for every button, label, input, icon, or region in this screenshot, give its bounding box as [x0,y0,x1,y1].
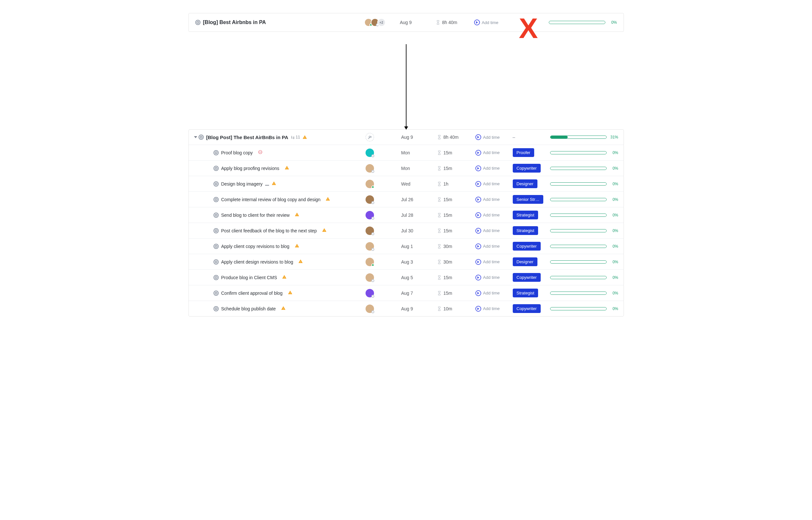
play-button[interactable] [476,243,481,249]
time-estimate-cell: 15m [437,212,476,218]
subtask-row[interactable]: Apply client copy revisions to blog Aug … [189,238,624,254]
add-time-link[interactable]: Add time [483,212,500,217]
add-time-link[interactable]: Add time [482,20,498,25]
add-time-link[interactable]: Add time [483,244,500,249]
due-date[interactable]: Mon [401,150,437,155]
assignee-cell[interactable] [366,180,401,188]
role-pill[interactable]: Senior Str… [513,195,544,204]
role-pill[interactable]: Strategist [513,289,538,297]
role-pill[interactable]: Proofer [513,148,535,157]
subtask-row[interactable]: Apply blog proofing revisions Mon 15m Ad… [189,160,624,176]
assignee-cell[interactable] [366,258,401,266]
assignee-cell[interactable] [366,242,401,251]
add-time-link[interactable]: Add time [483,181,500,186]
play-button[interactable] [476,259,481,265]
play-button[interactable] [476,197,481,203]
assignee-cell[interactable] [366,305,401,313]
parent-task-row[interactable]: [Blog Post] The Best AirBnBs in PA 11 Au… [189,130,624,145]
status-circle-icon[interactable] [214,290,219,296]
add-time-link[interactable]: Add time [483,275,500,280]
add-assignee-icon[interactable] [366,133,374,141]
assignee-cell[interactable] [366,195,401,204]
play-button[interactable] [476,212,481,218]
status-circle-icon[interactable] [198,134,204,140]
play-button[interactable] [476,150,481,156]
add-time-link[interactable]: Add time [483,135,500,140]
role-pill[interactable]: Copywriter [513,164,541,173]
play-button[interactable] [476,290,481,296]
assignee-cell[interactable] [366,211,401,219]
role-pill[interactable]: Copywriter [513,242,541,251]
add-time-link[interactable]: Add time [483,259,500,264]
due-date[interactable]: Aug 9 [400,20,436,25]
due-date[interactable]: Jul 28 [401,212,437,218]
time-estimate: 15m [443,150,452,155]
subtask-row[interactable]: Produce blog in Client CMS Aug 5 15m Add… [189,269,624,285]
assignee-cell[interactable] [366,289,401,297]
role-pill[interactable]: Copywriter [513,304,541,313]
due-date[interactable]: Jul 26 [401,197,437,202]
role-pill[interactable]: Strategist [513,226,538,235]
status-circle-icon[interactable] [214,197,219,202]
time-estimate-cell: 15m [437,275,476,280]
due-date[interactable]: Aug 3 [401,259,437,264]
assignee-cell[interactable] [366,149,401,157]
subtask-row[interactable]: Schedule blog publish date Aug 9 10m Add… [189,301,624,316]
status-circle-icon[interactable] [214,228,219,233]
warning-icon [302,135,307,139]
add-time-link[interactable]: Add time [483,228,500,233]
status-circle-icon[interactable] [214,275,219,280]
assignee-cell[interactable]: +2 [364,18,400,27]
subtask-row[interactable]: Confirm client approval of blog Aug 7 15… [189,285,624,301]
status-circle-icon[interactable] [214,244,219,249]
status-circle-icon[interactable] [195,20,200,25]
role-pill[interactable]: Designer [513,179,537,188]
subtask-row[interactable]: Complete internal review of blog copy an… [189,191,624,207]
caret-down-icon[interactable] [194,136,197,138]
due-date[interactable]: Wed [401,181,437,186]
due-date[interactable]: Mon [401,166,437,171]
add-time-link[interactable]: Add time [483,290,500,295]
subtask-row[interactable]: Proof blog copy Mon 15m Add time Proofer… [189,145,624,160]
play-button[interactable] [476,275,481,281]
add-time-link[interactable]: Add time [483,197,500,202]
progress-percent: 0% [609,213,618,217]
status-circle-icon[interactable] [214,150,219,155]
subtask-row[interactable]: Design blog imagery Wed 1h Add time Desi… [189,176,624,191]
play-button[interactable] [476,134,481,140]
due-date[interactable]: Aug 5 [401,275,437,280]
add-time-link[interactable]: Add time [483,166,500,171]
assignee-cell[interactable] [366,164,401,173]
play-button[interactable] [476,181,481,187]
role-pill[interactable]: Designer [513,257,537,266]
due-date[interactable]: Aug 7 [401,290,437,296]
time-estimate-cell: 10m [437,306,476,311]
play-button[interactable] [474,20,480,25]
status-circle-icon[interactable] [214,166,219,171]
subtask-row[interactable]: Send blog to client for their review Jul… [189,207,624,223]
subtask-row[interactable]: Post client feedback of the blog to the … [189,223,624,238]
role-pill[interactable]: Copywriter [513,273,541,282]
play-button[interactable] [476,165,481,171]
assignee-cell[interactable] [366,227,401,235]
top-task-row[interactable]: [Blog] Best Airbnbs in PA +2 Aug 9 8h 40… [189,13,624,31]
subtask-row[interactable]: Apply client design revisions to blog Au… [189,254,624,269]
status-circle-icon[interactable] [214,306,219,311]
add-time-link[interactable]: Add time [483,150,500,155]
status-circle-icon[interactable] [214,259,219,264]
due-date[interactable]: Aug 9 [401,306,437,311]
avatar [366,164,374,173]
add-time-link[interactable]: Add time [483,306,500,311]
subtask-title: Apply client copy revisions to blog [221,244,290,249]
due-date[interactable]: Aug 9 [401,134,437,140]
due-date[interactable]: Jul 30 [401,228,437,233]
status-circle-icon[interactable] [214,212,219,218]
play-button[interactable] [476,306,481,312]
due-date[interactable]: Aug 1 [401,244,437,249]
play-button[interactable] [476,228,481,234]
time-estimate-cell: 15m [437,150,476,155]
status-circle-icon[interactable] [214,181,219,186]
assignee-cell[interactable] [366,273,401,282]
role-pill[interactable]: Strategist [513,211,538,219]
assignee-cell[interactable] [366,133,401,141]
